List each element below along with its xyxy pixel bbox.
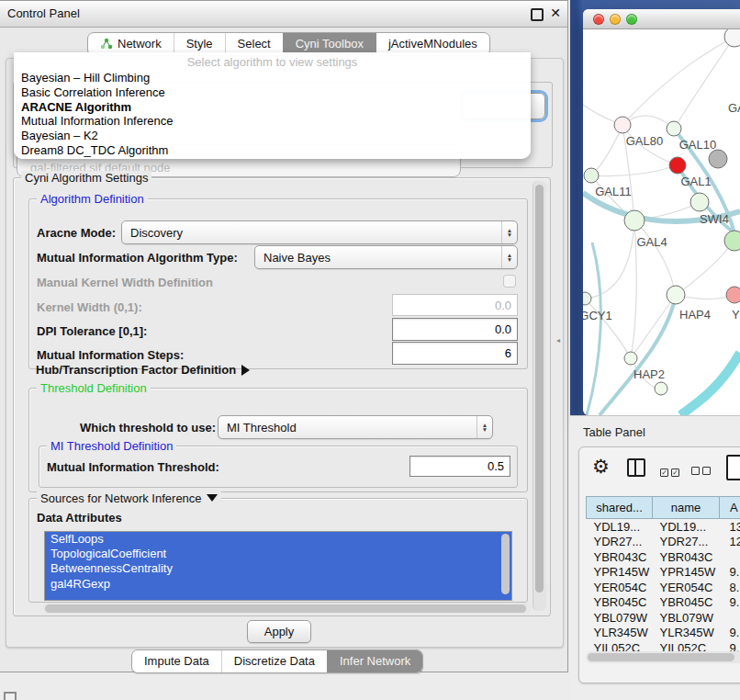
table-row[interactable]: YDL19...YDL19...13 [587,519,740,535]
network-icon [100,38,113,51]
label-hap4: HAP4 [679,308,711,322]
cyni-bottom-tabbar: Impute Data Discretize Data Infer Networ… [131,649,423,673]
network-edge-cyan-thick [680,353,740,415]
table-header-row: shared... name A [587,497,740,519]
table-row[interactable]: YPR145WYPR145W9. [587,565,740,581]
table-row[interactable]: YLR345WYLR345W9. [587,626,740,641]
node-salmon [726,287,740,303]
kernel-width-field[interactable]: 0.0 [392,294,518,316]
node-swi4 [690,193,709,211]
algorithm-item-dream8[interactable]: Dream8 DC_TDC Algorithm [14,143,531,158]
column-header-name[interactable]: name [653,497,720,519]
node-gal1 [669,157,686,174]
expanded-arrow-icon [207,494,218,502]
algorithm-definition-group: Algorithm Definition Aracne Mode: Discov… [28,198,528,369]
attribute-topologicalcoefficient[interactable]: TopologicalCoefficient [45,547,511,561]
threshold-definition-title: Threshold Definition [37,381,151,395]
which-threshold-label: Which threshold to use: [80,421,216,435]
network-canvas[interactable]: GAL GAL80 GAL10 GAL1 GAL11 SWI4 GAL4 GCY… [583,29,740,415]
minimize-traffic-light-icon[interactable] [610,14,621,25]
settings-hscrollbar[interactable] [43,603,532,614]
label-gal80: GAL80 [626,134,663,148]
screen: Control Panel ✕ Network Style Select Cyn… [0,0,740,700]
algorithm-item-bayesian-hill[interactable]: Bayesian – Hill Climbing [14,71,531,85]
attribute-gal4rgexp[interactable]: gal4RGexp [45,577,511,592]
tab-impute-data[interactable]: Impute Data [132,650,221,672]
attribute-betweennesscentrality[interactable]: BetweennessCentrality [45,561,511,576]
table-row[interactable]: YBR043CYBR043C [587,549,740,565]
float-window-icon[interactable] [531,8,544,21]
mi-threshold-group: MI Threshold Definition Mutual Informati… [39,446,518,488]
mi-type-value: Naive Bayes [255,251,501,265]
node-hap4 [667,286,685,304]
pane-divider-handle[interactable]: ◂ [556,336,562,344]
node-attribute-table[interactable]: shared... name A YDL19...YDL19...13 YDR2… [586,496,740,656]
hub-definition-label: Hub/Transcription Factor Definition [36,363,236,377]
data-attributes-list[interactable]: SelfLoops TopologicalCoefficient Between… [44,531,512,601]
dpi-tolerance-field[interactable]: 0.0 [392,318,518,341]
attributes-scrollbar[interactable] [499,534,509,598]
table-settings-button[interactable]: ⚙ [592,457,610,477]
cyni-algorithm-settings-title: Cyni Algorithm Settings [21,171,151,185]
mi-threshold-field[interactable]: 0.5 [409,456,510,477]
node-gray [709,150,727,168]
manual-kernel-checkbox[interactable] [503,275,516,288]
label-gal4: GAL4 [636,235,667,249]
dpi-tolerance-label: DPI Tolerance [0,1]: [37,324,147,338]
algorithm-dropdown-popup: Select algorithm to view settings Bayesi… [14,52,531,159]
control-panel-window: Control Panel ✕ Network Style Select Cyn… [0,0,568,672]
table-row[interactable]: YBL079WYBL079W [587,610,740,626]
algorithm-placeholder: Select algorithm to view settings [14,52,531,71]
algorithm-item-aracne[interactable]: ARACNE Algorithm [14,100,531,115]
label-gal1: GAL1 [680,175,711,188]
mi-type-label: Mutual Information Algorithm Type: [37,251,238,265]
table-panel-card: ⚙ ✓✓ shared... name A YDL19...YDL19...13… [578,446,740,683]
network-view-window: GAL GAL80 GAL10 GAL1 GAL11 SWI4 GAL4 GCY… [583,9,740,415]
which-threshold-combo[interactable]: MI Threshold ▲▼ [218,415,493,439]
column-header-shared-name[interactable]: shared... [587,497,653,519]
sources-title: Sources for Network Inference [40,491,202,505]
tab-discretize-data[interactable]: Discretize Data [221,650,327,672]
minimized-panel-icon[interactable] [4,692,17,700]
zoom-traffic-light-icon[interactable] [626,14,637,25]
algorithm-item-basic-correlation[interactable]: Basic Correlation Inference [14,85,531,100]
label-gal-cut: GAL [728,101,740,115]
label-y-cut: Y [732,308,740,322]
mi-steps-field[interactable]: 6 [392,342,518,365]
control-panel-title: Control Panel [7,6,80,20]
table-row[interactable]: YDR27...YDR27...12 [587,535,740,550]
column-header-cut[interactable]: A [720,497,740,519]
tab-infer-network[interactable]: Infer Network [327,650,422,672]
label-gal10: GAL10 [679,138,716,152]
node-gal4 [624,210,645,231]
sources-group: Sources for Network Inference Data Attri… [28,498,528,603]
algorithm-item-mutual-information[interactable]: Mutual Information Inference [14,114,531,129]
node-right-green [724,231,740,251]
hub-definition-toggle[interactable]: Hub/Transcription Factor Definition [36,363,250,377]
table-hscrollbar[interactable] [586,651,740,663]
label-hap2: HAP2 [633,367,665,381]
select-all-icon[interactable]: ✓✓ [660,462,679,479]
deselect-all-icon[interactable] [691,462,711,479]
control-panel-titlebar: Control Panel ✕ [0,1,567,28]
new-table-icon[interactable] [726,455,740,480]
label-swi4: SWI4 [700,212,729,226]
mi-type-combo[interactable]: Naive Bayes ▲▼ [254,245,518,269]
close-icon[interactable]: ✕ [550,6,561,20]
spinner-arrows-icon: ▲▼ [501,221,517,243]
aracne-mode-value: Discovery [122,226,501,240]
apply-button-label: Apply [264,625,295,638]
attribute-selfloops[interactable]: SelfLoops [45,532,511,547]
apply-button[interactable]: Apply [247,620,311,643]
sources-toggle[interactable]: Sources for Network Inference [37,491,221,505]
gear-icon: ⚙ [592,456,610,477]
settings-vscrollbar[interactable] [533,181,546,611]
close-traffic-light-icon[interactable] [593,14,604,25]
table-row[interactable]: YBR045CYBR045C9. [587,595,740,611]
column-layout-icon[interactable] [627,458,645,477]
table-row[interactable]: YER054CYER054C8. [587,580,740,595]
kernel-width-label: Kernel Width (0,1): [37,300,142,314]
aracne-mode-combo[interactable]: Discovery ▲▼ [121,220,518,244]
node-gal10 [667,121,681,136]
algorithm-item-bayesian-k2[interactable]: Bayesian – K2 [14,129,531,143]
